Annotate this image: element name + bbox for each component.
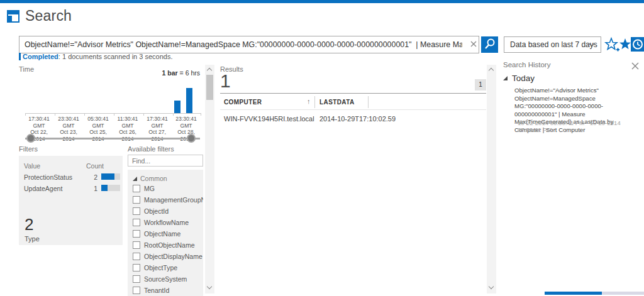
x-axis-line xyxy=(25,113,201,114)
filter-checkbox-row[interactable]: RootObjectName xyxy=(133,241,195,249)
filter-item-label: ObjectDisplayName xyxy=(144,253,203,260)
history-clock-icon xyxy=(631,37,644,52)
result-cell-lastdata: 2014-10-29T17:10:02.59 xyxy=(319,115,396,123)
status-detail: : 1 documents scanned in 3 seconds. xyxy=(58,53,173,60)
filter-checkbox-row[interactable]: ObjectDisplayName xyxy=(133,253,203,260)
bar-legend-rest: = 6 hrs xyxy=(178,69,200,77)
history-group-label: Today xyxy=(512,74,535,83)
page-title: Search xyxy=(25,8,72,25)
checkbox[interactable] xyxy=(133,275,140,283)
scroll-up-icon[interactable] xyxy=(489,68,494,73)
available-filters-label: Available filters xyxy=(128,145,174,153)
column-header-computer[interactable]: COMPUTER xyxy=(224,99,262,106)
slider-handle-right[interactable] xyxy=(187,134,196,143)
filter-checkbox-row[interactable]: ObjectName xyxy=(133,230,180,238)
filter-checkbox-row[interactable]: MG xyxy=(133,185,155,192)
status-state: Completed xyxy=(23,53,58,60)
filter-item-label: ObjectType xyxy=(144,264,177,271)
filters-section-label: Filters xyxy=(19,145,38,153)
filter-item-label: ObjectId xyxy=(144,207,169,215)
tick-time: 17:30:41 GMT xyxy=(142,116,172,129)
filter-item-label: SourceSystem xyxy=(144,275,187,283)
star-icon[interactable] xyxy=(619,36,631,53)
scrollbar-thumb[interactable] xyxy=(206,75,213,100)
checkbox[interactable] xyxy=(133,287,140,294)
time-section-label: Time xyxy=(19,65,34,73)
sort-ascending-icon[interactable] xyxy=(307,97,311,105)
scroll-up-icon[interactable] xyxy=(207,68,212,73)
available-filters-panel: Common MG ManagementGroupName ObjectId W… xyxy=(128,170,203,296)
results-scrollbar[interactable] xyxy=(487,65,496,293)
history-group-today[interactable]: Today xyxy=(503,74,535,83)
checkbox[interactable] xyxy=(133,253,140,260)
filter-checkbox-row[interactable]: SourceSystem xyxy=(133,275,187,283)
filter-row-count: 1 xyxy=(85,185,97,192)
search-icon xyxy=(481,36,498,53)
tick-time: 17:30:41 GMT xyxy=(24,116,54,129)
type-total-label: Type xyxy=(25,235,40,243)
results-page-badge[interactable]: 1 xyxy=(475,79,486,90)
filter-item-label: WorkflowName xyxy=(144,219,189,226)
tick-time: 23:30:41 GMT xyxy=(53,116,84,129)
histogram-bar-1[interactable] xyxy=(174,101,180,113)
history-entry-range: 10-22-2014 08:30:41 PM - 10-29-2014 07:3… xyxy=(518,119,644,133)
top-accent-bar xyxy=(0,0,644,3)
tick-date: Oct 28, 2014 xyxy=(171,129,201,142)
filter-checkbox-row[interactable]: TenantId xyxy=(133,287,169,294)
results-count: 1 xyxy=(220,70,231,92)
time-scope-dropdown[interactable]: Data based on last 7 days xyxy=(504,36,601,53)
tick-date: Oct 23, 2014 xyxy=(53,129,84,142)
history-hscrollbar-thumb[interactable] xyxy=(545,292,602,295)
filter-checkbox-row[interactable]: WorkflowName xyxy=(133,219,189,226)
filter-row-name[interactable]: ProtectionStatus xyxy=(24,173,72,181)
query-status: Completed : 1 documents scanned in 3 sec… xyxy=(19,53,172,60)
divider xyxy=(220,109,486,110)
bar-legend: 1 bar = 6 hrs xyxy=(162,69,200,77)
type-total-count: 2 xyxy=(25,215,33,234)
scroll-down-icon[interactable] xyxy=(207,284,212,289)
find-filter-input[interactable] xyxy=(128,155,203,167)
filters-col-value: Value xyxy=(24,162,40,170)
star-add-icon[interactable] xyxy=(604,36,619,53)
filter-row-name[interactable]: UpdateAgent xyxy=(24,185,62,192)
checkbox[interactable] xyxy=(133,241,140,249)
column-header-lastdata[interactable]: LASTDATA xyxy=(319,99,355,106)
filter-checkbox-row[interactable]: ManagementGroupName xyxy=(133,196,203,204)
filter-count-bar-fill xyxy=(101,185,108,191)
tick-time: 11:30:41 GMT xyxy=(113,116,143,129)
status-accent-bar xyxy=(19,53,21,60)
tick-date: Oct 27, 2014 xyxy=(142,129,172,142)
filter-group-common[interactable]: Common xyxy=(133,175,167,182)
clear-search-icon[interactable] xyxy=(469,40,478,48)
filter-item-label: ObjectName xyxy=(144,230,180,238)
result-cell-computer[interactable]: WIN-FVVK194H5RI.test.local xyxy=(224,115,314,123)
filter-row-count: 2 xyxy=(85,173,97,181)
time-range-slider-track[interactable] xyxy=(25,138,200,140)
search-button[interactable] xyxy=(481,36,498,53)
expanded-triangle-icon xyxy=(133,177,137,181)
slider-handle-left[interactable] xyxy=(26,134,35,143)
search-history-toggle-button[interactable] xyxy=(631,37,644,52)
filter-count-bar-fill xyxy=(101,173,114,180)
scroll-down-icon[interactable] xyxy=(489,284,494,289)
close-icon[interactable] xyxy=(631,62,640,70)
filter-checkbox-row[interactable]: ObjectId xyxy=(133,207,169,215)
filter-checkbox-row[interactable]: ObjectType xyxy=(133,264,177,271)
checkbox[interactable] xyxy=(133,264,140,271)
checkbox[interactable] xyxy=(133,207,140,215)
checkbox[interactable] xyxy=(133,196,140,204)
scope-dropdown-value: Data based on last 7 days xyxy=(510,40,597,49)
tick-date: Oct 25, 2014 xyxy=(83,129,113,142)
checkbox[interactable] xyxy=(133,185,140,192)
filters-col-count: Count xyxy=(86,162,104,170)
left-panel-scrollbar[interactable] xyxy=(205,65,214,293)
checkbox[interactable] xyxy=(133,219,140,226)
filter-group-label: Common xyxy=(140,175,167,182)
search-query-input[interactable] xyxy=(19,36,479,53)
filter-item-label: ManagementGroupName xyxy=(144,196,203,204)
histogram-bar-2[interactable] xyxy=(186,88,192,113)
tick-date: Oct 26, 2014 xyxy=(113,129,143,142)
checkbox[interactable] xyxy=(133,230,140,238)
search-page: Search Data based on last 7 days Complet… xyxy=(0,0,644,296)
history-hscrollbar-track[interactable] xyxy=(602,292,644,295)
